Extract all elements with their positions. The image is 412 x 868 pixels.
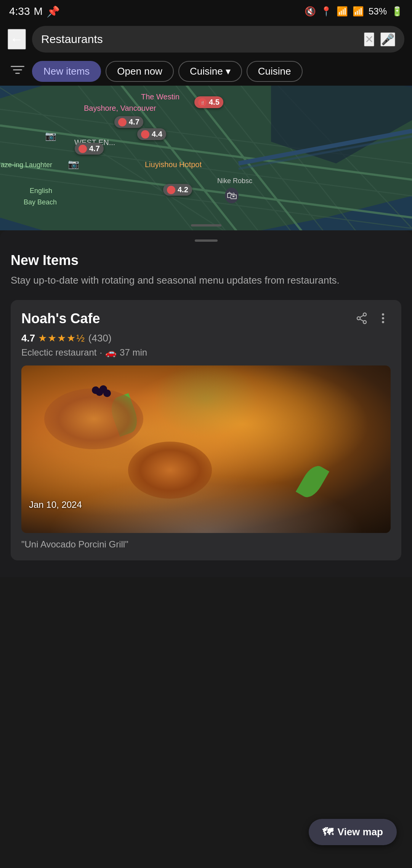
svg-text:🍴: 🍴 xyxy=(200,101,205,105)
rating-row: 4.7 ★★★★½ (430) xyxy=(21,332,391,344)
chip-new-items[interactable]: New items xyxy=(32,61,101,82)
back-button[interactable]: ← xyxy=(8,29,26,49)
sheet-handle[interactable] xyxy=(195,239,218,242)
svg-rect-1 xyxy=(13,69,22,70)
berry-cluster xyxy=(92,386,99,394)
pin-rating: 4.2 xyxy=(178,185,188,194)
status-bar: 4:33 M 📌 🔇 📍 📶 📶 53% 🔋 xyxy=(0,0,412,21)
section-description: Stay up-to-date with rotating and season… xyxy=(11,273,401,288)
svg-line-33 xyxy=(360,319,364,321)
map-drag-handle xyxy=(191,224,221,227)
card-meta: Eclectic restaurant · 🚗 37 min xyxy=(21,347,391,358)
mute-icon: 🔇 xyxy=(305,6,316,17)
pin-icon: 📌 xyxy=(46,5,60,18)
restaurant-card[interactable]: Noah's Cafe xyxy=(11,300,401,560)
signal-icon: 📶 xyxy=(353,6,364,17)
status-right: 🔇 📍 📶 📶 53% 🔋 xyxy=(305,6,403,17)
view-map-button[interactable]: 🗺 View map xyxy=(309,819,397,845)
map-label-liuyishou: Liuyishou Hotpot xyxy=(145,160,202,169)
map-pin-4-4[interactable]: 4.4 xyxy=(137,128,166,140)
clear-search-button[interactable]: ✕ xyxy=(364,32,374,46)
search-input-container: Restaurants ✕ 🎤 xyxy=(32,26,404,53)
battery-icon: 🔋 xyxy=(391,6,403,17)
rating-stars: ★★★★½ xyxy=(38,332,85,344)
map-pin-4-7-top[interactable]: 4.7 xyxy=(114,116,143,128)
status-left: 4:33 M 📌 xyxy=(9,5,60,18)
map-area[interactable]: The Westin Bayshore, Vancouver WEST EN..… xyxy=(0,86,412,230)
svg-point-35 xyxy=(382,317,384,319)
svg-rect-2 xyxy=(15,73,20,74)
map-pin-4-2[interactable]: 4.2 xyxy=(163,184,192,196)
map-label-nike: Nike Robsc xyxy=(217,177,252,185)
bottom-sheet: New Items Stay up-to-date with rotating … xyxy=(0,230,412,577)
svg-point-34 xyxy=(382,313,384,316)
view-map-icon: 🗺 xyxy=(322,826,333,838)
camera-icon-2: 📷 xyxy=(68,159,79,169)
svg-point-31 xyxy=(363,321,366,324)
delivery-time: 37 min xyxy=(120,347,147,358)
map-label-english: English xyxy=(30,187,52,195)
pin-rating: 4.7 xyxy=(129,118,139,126)
filter-bar: New items Open now Cuisine ▾ Cuisine xyxy=(0,57,412,86)
chip-open-now[interactable]: Open now xyxy=(106,61,174,82)
time: 4:33 xyxy=(9,5,30,18)
restaurant-pin-icon xyxy=(79,145,87,153)
map-pin-4-7-left[interactable]: 4.7 xyxy=(75,143,104,155)
gmail-icon: M xyxy=(34,5,43,18)
chip-cuisine-2[interactable]: Cuisine xyxy=(247,61,303,82)
pin-rating: 4.4 xyxy=(152,130,162,139)
card-actions xyxy=(354,311,391,329)
location-icon: 📍 xyxy=(321,6,332,17)
map-pin-4-5[interactable]: 🍴 4.5 xyxy=(194,96,223,108)
more-options-button[interactable] xyxy=(375,311,391,329)
map-label-bay-beach: Bay Beach xyxy=(24,198,57,206)
svg-line-32 xyxy=(360,316,364,318)
restaurant-pin-icon xyxy=(118,118,127,126)
card-image[interactable]: Jan 10, 2024 xyxy=(21,365,391,533)
search-query: Restaurants xyxy=(41,33,358,46)
battery-text: 53% xyxy=(369,6,387,17)
view-map-label: View map xyxy=(338,826,383,838)
camera-icon-1: 📷 xyxy=(45,131,56,141)
rating-number: 4.7 xyxy=(21,332,35,344)
restaurant-name: Noah's Cafe xyxy=(21,311,100,327)
share-button[interactable] xyxy=(354,311,369,329)
svg-rect-0 xyxy=(11,66,24,67)
section-title: New Items xyxy=(11,252,401,268)
card-header: Noah's Cafe xyxy=(21,311,391,329)
delivery-icon: 🚗 xyxy=(105,347,117,358)
search-bar: ← Restaurants ✕ 🎤 xyxy=(0,21,412,57)
chip-cuisine-1[interactable]: Cuisine ▾ xyxy=(178,61,242,82)
svg-point-29 xyxy=(363,313,366,316)
svg-point-28 xyxy=(168,187,174,193)
rating-count: (430) xyxy=(88,332,112,344)
image-caption: "Uni Avocado Porcini Grill" xyxy=(21,533,391,550)
svg-point-30 xyxy=(357,317,360,320)
restaurant-category: Eclectic restaurant xyxy=(21,347,96,358)
svg-point-26 xyxy=(143,132,148,137)
restaurant-pin-icon xyxy=(167,186,175,194)
voice-search-button[interactable]: 🎤 xyxy=(380,32,395,46)
food-element-2 xyxy=(128,442,212,499)
restaurant-pin-icon: 🍴 xyxy=(198,98,207,107)
wifi-icon: 📶 xyxy=(337,6,348,17)
separator: · xyxy=(99,347,102,358)
svg-point-27 xyxy=(80,146,85,152)
svg-point-36 xyxy=(382,321,384,323)
food-element-1 xyxy=(44,388,143,449)
map-label-westin: The Westin xyxy=(141,93,180,101)
restaurant-pin-icon xyxy=(141,130,149,139)
image-date: Jan 10, 2024 xyxy=(29,499,82,510)
filter-icon-button[interactable] xyxy=(8,62,27,81)
map-label-laughter: aze-ing Laughter xyxy=(1,161,52,169)
pin-rating: 4.7 xyxy=(89,144,100,153)
pin-rating: 4.5 xyxy=(209,98,220,107)
map-label-bayshore: Bayshore, Vancouver xyxy=(84,104,156,113)
bag-icon: 🛍 xyxy=(225,188,239,203)
svg-point-25 xyxy=(120,120,125,125)
